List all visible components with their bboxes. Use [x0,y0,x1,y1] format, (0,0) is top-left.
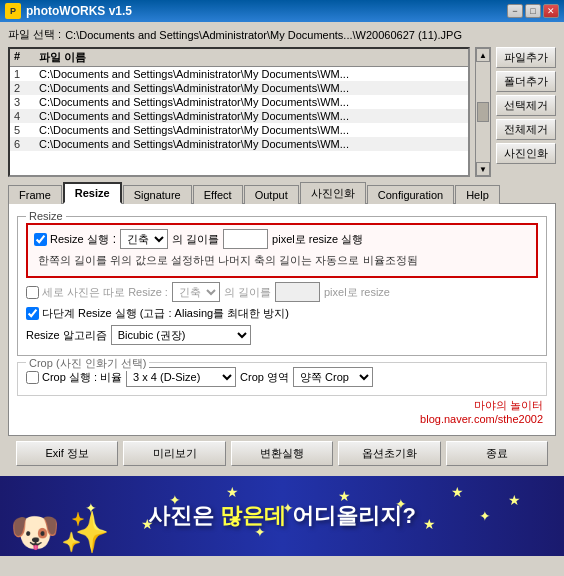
tabs-row: Frame Resize Signature Effect Output 사진인… [8,182,556,203]
vertical-resize-checkbox[interactable] [26,286,39,299]
file-row[interactable]: 2 C:\Documents and Settings\Administrato… [10,81,468,95]
col-header-name: 파일 이름 [39,50,464,65]
crop-section-label: Crop (사진 인화기 선택) [26,356,149,371]
v-resize-text3: 의 길이를 [224,285,271,300]
blog-link: 마야의 놀이터 blog.naver.com/sthe2002 [17,396,547,427]
file-row[interactable]: 3 C:\Documents and Settings\Administrato… [10,95,468,109]
filepath-row: 파일 선택 : C:\Documents and Settings\Admini… [8,27,556,42]
resize-row1: Resize 실행 : 긴축 의 길이를 500 pixel로 resize 실… [34,229,530,249]
resize-text1: 의 길이를 [172,232,219,247]
resize-group: Resize Resize 실행 : 긴축 의 길이를 500 pixel로 r… [17,216,547,356]
banner-highlight: 많은데 [220,503,286,528]
resize-group-label: Resize [26,210,66,222]
file-row[interactable]: 6 C:\Documents and Settings\Administrato… [10,137,468,151]
print-button[interactable]: 사진인화 [496,143,556,164]
resize-checkbox1-text: Resize 실행 [50,232,109,247]
vertical-axis-select[interactable]: 긴축 [172,282,220,302]
banner-mascot: 🐶✨ [10,509,110,556]
file-list-area: # 파일 이름 1 C:\Documents and Settings\Admi… [8,47,556,177]
resize-row2: 세로 사진은 따로 Resize : 긴축 의 길이를 640 pixel로 r… [26,282,538,302]
scroll-up-arrow[interactable]: ▲ [476,48,490,62]
algo-row: Resize 알고리즘 Bicubic (권장) [26,325,538,345]
resize-checkbox1[interactable] [34,233,47,246]
right-buttons: 파일추가 폴더추가 선택제거 전체제거 사진인화 [496,47,556,177]
tab-frame[interactable]: Frame [8,185,62,204]
tab-effect[interactable]: Effect [193,185,243,204]
preview-button[interactable]: 미리보기 [123,441,225,466]
tab-content: Resize Resize 실행 : 긴축 의 길이를 500 pixel로 r… [8,203,556,436]
highlight-box: Resize 실행 : 긴축 의 길이를 500 pixel로 resize 실… [26,223,538,278]
blog-line1: 마야의 놀이터 [21,398,543,413]
file-list-header: # 파일 이름 [10,49,468,67]
multistep-text: 다단계 Resize 실행 (고급 : Aliasing를 최대한 방지) [42,306,289,321]
remove-all-button[interactable]: 전체제거 [496,119,556,140]
multistep-label[interactable]: 다단계 Resize 실행 (고급 : Aliasing를 최대한 방지) [26,306,289,321]
col-header-num: # [14,50,39,65]
vertical-resize-label[interactable]: 세로 사진은 따로 Resize : [26,285,168,300]
crop-checkbox-label[interactable]: Crop 실행 : 비율 [26,370,122,385]
tab-resize[interactable]: Resize [63,182,122,204]
exif-button[interactable]: Exif 정보 [16,441,118,466]
app-title: photoWORKS v1.5 [26,4,132,18]
vertical-size-input[interactable]: 640 [275,282,320,302]
close-button[interactable]: ✕ [543,4,559,18]
file-row[interactable]: 4 C:\Documents and Settings\Administrato… [10,109,468,123]
title-buttons: − □ ✕ [507,4,559,18]
close-app-button[interactable]: 종료 [446,441,548,466]
file-row[interactable]: 1 C:\Documents and Settings\Administrato… [10,67,468,81]
maximize-button[interactable]: □ [525,4,541,18]
app-icon: P [5,3,21,19]
minimize-button[interactable]: − [507,4,523,18]
crop-area-select[interactable]: 양쪽 Crop [293,367,373,387]
banner-text-normal2: 어디올리지? [286,503,416,528]
file-row[interactable]: 5 C:\Documents and Settings\Administrato… [10,123,468,137]
banner-text-normal: 사진은 [148,503,220,528]
blog-line2: blog.naver.com/sthe2002 [21,413,543,425]
scroll-thumb[interactable] [477,102,489,122]
remove-selected-button[interactable]: 선택제거 [496,95,556,116]
crop-section: Crop (사진 인화기 선택) Crop 실행 : 비율 3 x 4 (D-S… [17,362,547,396]
resize-text2: pixel로 resize 실행 [272,232,363,247]
crop-checkbox-text: Crop 실행 : 비율 [42,370,122,385]
vertical-resize-text: 세로 사진은 따로 Resize : [42,285,168,300]
file-list-container: # 파일 이름 1 C:\Documents and Settings\Admi… [8,47,470,177]
file-list-body[interactable]: 1 C:\Documents and Settings\Administrato… [10,67,468,175]
crop-checkbox[interactable] [26,371,39,384]
banner: 🐶✨ ★ ✦ ★ ✦ ★ ✦ ★ ✦ ★ ✦ ★ ✦ 사진은 많은데 어디올리지… [0,476,564,556]
colon-label: : [113,232,116,246]
tab-print[interactable]: 사진인화 [300,182,366,204]
resize-checkbox1-label[interactable]: Resize 실행 [34,232,109,247]
main-window: 파일 선택 : C:\Documents and Settings\Admini… [0,22,564,476]
filepath-label: 파일 선택 : [8,27,61,42]
multistep-checkbox[interactable] [26,307,39,320]
banner-text: 사진은 많은데 어디올리지? [148,501,416,531]
resize-note-row: 한쪽의 길이를 위의 값으로 설정하면 나머지 축의 길이는 자동으로 비율조정… [34,253,530,268]
tab-config[interactable]: Configuration [367,185,454,204]
bottom-bar: Exif 정보 미리보기 변환실행 옵션초기화 종료 [8,436,556,471]
resize-size-input[interactable]: 500 [223,229,268,249]
convert-button[interactable]: 변환실행 [231,441,333,466]
resize-note: 한쪽의 길이를 위의 값으로 설정하면 나머지 축의 길이는 자동으로 비율조정… [38,253,418,268]
add-folder-button[interactable]: 폴더추가 [496,71,556,92]
tab-signature[interactable]: Signature [123,185,192,204]
tab-output[interactable]: Output [244,185,299,204]
v-resize-text4: pixel로 resize [324,285,390,300]
crop-area-label: Crop 영역 [240,370,289,385]
algo-select[interactable]: Bicubic (권장) [111,325,251,345]
title-bar: P photoWORKS v1.5 − □ ✕ [0,0,564,22]
file-list-scrollbar[interactable]: ▲ ▼ [475,47,491,177]
scroll-down-arrow[interactable]: ▼ [476,162,490,176]
algo-label: Resize 알고리즘 [26,328,107,343]
add-file-button[interactable]: 파일추가 [496,47,556,68]
options-button[interactable]: 옵션초기화 [338,441,440,466]
resize-row3: 다단계 Resize 실행 (고급 : Aliasing를 최대한 방지) [26,306,538,321]
filepath-value: C:\Documents and Settings\Administrator\… [65,29,462,41]
tab-help[interactable]: Help [455,185,500,204]
resize-axis-select[interactable]: 긴축 [120,229,168,249]
